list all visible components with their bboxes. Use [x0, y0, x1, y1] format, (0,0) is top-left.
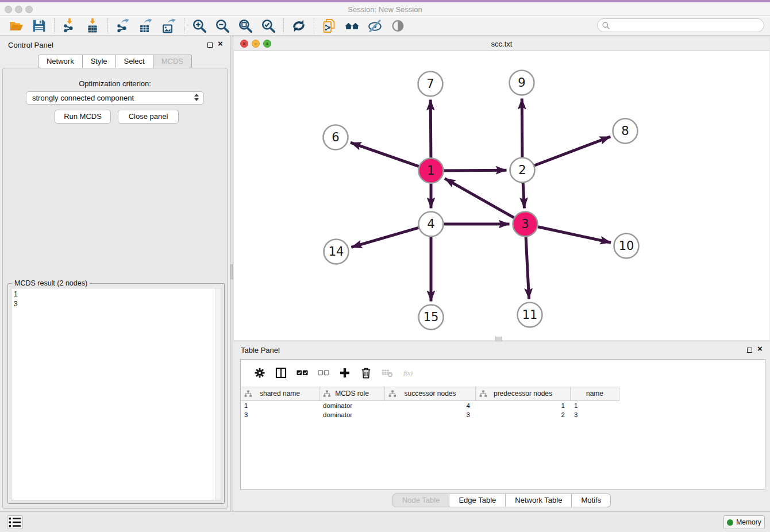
svg-text:3: 3: [521, 217, 529, 231]
toolbar-separator: [314, 18, 314, 33]
tab-mcds[interactable]: MCDS: [153, 55, 192, 68]
gear-icon[interactable]: [249, 364, 270, 382]
close-panel-icon[interactable]: ×: [757, 344, 763, 353]
zoom-selected-icon[interactable]: [257, 17, 280, 34]
home-icon[interactable]: [341, 17, 364, 34]
table-cell[interactable]: 3: [241, 411, 319, 420]
edge-3-11[interactable]: [526, 237, 529, 299]
edge-4-14[interactable]: [351, 228, 418, 247]
edge-3-1[interactable]: [445, 179, 514, 218]
table-cell[interactable]: 3: [571, 411, 619, 420]
table-cell[interactable]: 1: [241, 402, 319, 411]
export-table-icon[interactable]: [134, 17, 157, 34]
result-scrollbar[interactable]: [215, 288, 221, 500]
graph-node-3[interactable]: 3: [513, 212, 538, 237]
list-icon: [7, 515, 22, 530]
edge-1-7[interactable]: [430, 100, 431, 158]
close-panel-button[interactable]: Close panel: [118, 110, 179, 124]
column-header-name[interactable]: name: [571, 387, 619, 400]
open-folder-icon[interactable]: [5, 17, 28, 34]
tab-node-table[interactable]: Node Table: [392, 494, 450, 507]
table-row[interactable]: 1dominator411: [241, 402, 765, 411]
mcds-result-area[interactable]: 1 3: [11, 288, 221, 500]
graph-node-8[interactable]: 8: [613, 119, 638, 144]
node-table-container: f(x) shared nameMCDS rolesuccessor nodes…: [240, 359, 765, 489]
tab-style[interactable]: Style: [83, 55, 116, 68]
task-history-button[interactable]: [7, 515, 23, 529]
table-cell[interactable]: 2: [476, 411, 571, 420]
column-header-MCDS-role[interactable]: MCDS role: [319, 387, 385, 400]
add-row-icon[interactable]: [334, 364, 355, 382]
share-session-icon[interactable]: [318, 17, 341, 34]
table-cell[interactable]: dominator: [319, 411, 385, 420]
graph-node-1[interactable]: 1: [419, 159, 444, 183]
table-cell[interactable]: 3: [385, 411, 476, 420]
import-table-icon[interactable]: [81, 17, 104, 34]
export-network-icon[interactable]: [111, 17, 134, 34]
float-panel-icon[interactable]: [207, 43, 213, 48]
tab-edge-table[interactable]: Edge Table: [449, 494, 506, 507]
float-panel-icon[interactable]: [747, 348, 752, 353]
table-cell[interactable]: dominator: [319, 402, 385, 411]
criterion-dropdown[interactable]: strongly connected component: [26, 91, 204, 105]
level-of-detail-icon[interactable]: [387, 17, 410, 34]
edge-3-10[interactable]: [538, 227, 611, 243]
mcds-result-group: MCDS result (2 nodes) 1 3: [7, 283, 225, 504]
tab-select[interactable]: Select: [116, 55, 153, 68]
edge-2-9[interactable]: [522, 99, 522, 157]
save-icon[interactable]: [28, 17, 51, 34]
graph-node-10[interactable]: 10: [614, 234, 639, 259]
edge-1-2[interactable]: [444, 170, 507, 171]
zoom-fit-icon[interactable]: [234, 17, 257, 34]
tab-network[interactable]: Network: [38, 55, 83, 68]
memory-status-icon: [727, 519, 733, 526]
zoom-out-icon[interactable]: [211, 17, 234, 34]
column-header-shared-name[interactable]: shared name: [241, 387, 319, 400]
refresh-icon[interactable]: [287, 17, 310, 34]
table-cell[interactable]: 4: [385, 402, 476, 411]
search-input[interactable]: [613, 20, 759, 30]
select-all-icon[interactable]: [291, 364, 313, 382]
delete-row-icon[interactable]: [355, 364, 376, 382]
graph-node-7[interactable]: 7: [418, 72, 443, 97]
table-cell[interactable]: 1: [571, 402, 619, 411]
column-header-predecessor-nodes[interactable]: predecessor nodes: [476, 387, 571, 400]
criterion-dropdown-value: strongly connected component: [32, 94, 134, 102]
table-row[interactable]: 3dominator323: [241, 411, 765, 420]
memory-button[interactable]: Memory: [723, 515, 765, 529]
export-image-icon[interactable]: [157, 17, 180, 34]
svg-text:7: 7: [426, 77, 434, 91]
edge-1-6[interactable]: [351, 142, 419, 167]
columns-icon[interactable]: [270, 364, 291, 382]
network-view-canvas[interactable]: 7968124314101511: [234, 51, 769, 340]
edge-2-3[interactable]: [523, 183, 524, 209]
application-window: Session: New Session Control Panel × Net…: [0, 0, 770, 532]
graph-node-14[interactable]: 14: [324, 240, 349, 264]
search-field[interactable]: [597, 18, 764, 32]
network-graph[interactable]: 7968124314101511: [234, 51, 769, 340]
tab-motifs[interactable]: Motifs: [572, 494, 611, 507]
deselect-all-icon[interactable]: [313, 364, 334, 382]
run-mcds-button[interactable]: Run MCDS: [55, 110, 111, 124]
edge-2-8[interactable]: [534, 137, 610, 165]
table-header-row: shared nameMCDS rolesuccessor nodesprede…: [241, 387, 619, 401]
close-panel-icon[interactable]: ×: [218, 38, 223, 48]
column-header-successor-nodes[interactable]: successor nodes: [385, 387, 476, 400]
graph-node-11[interactable]: 11: [518, 303, 542, 327]
graph-node-2[interactable]: 2: [510, 158, 535, 183]
search-icon: [602, 21, 610, 30]
tab-network-table[interactable]: Network Table: [506, 494, 572, 507]
import-network-icon[interactable]: [58, 17, 81, 34]
splitter-grip[interactable]: [230, 264, 233, 279]
svg-text:11: 11: [522, 308, 538, 322]
svg-text:9: 9: [518, 76, 525, 90]
zoom-in-icon[interactable]: [188, 17, 211, 34]
graph-node-15[interactable]: 15: [419, 305, 444, 330]
graph-node-4[interactable]: 4: [419, 212, 444, 237]
graph-node-6[interactable]: 6: [324, 125, 348, 150]
hide-graphics-icon[interactable]: [364, 17, 387, 34]
splitter-grip[interactable]: [495, 337, 502, 341]
graph-node-9[interactable]: 9: [510, 71, 534, 95]
toolbar-separator: [107, 18, 108, 33]
table-cell[interactable]: 1: [476, 402, 571, 411]
